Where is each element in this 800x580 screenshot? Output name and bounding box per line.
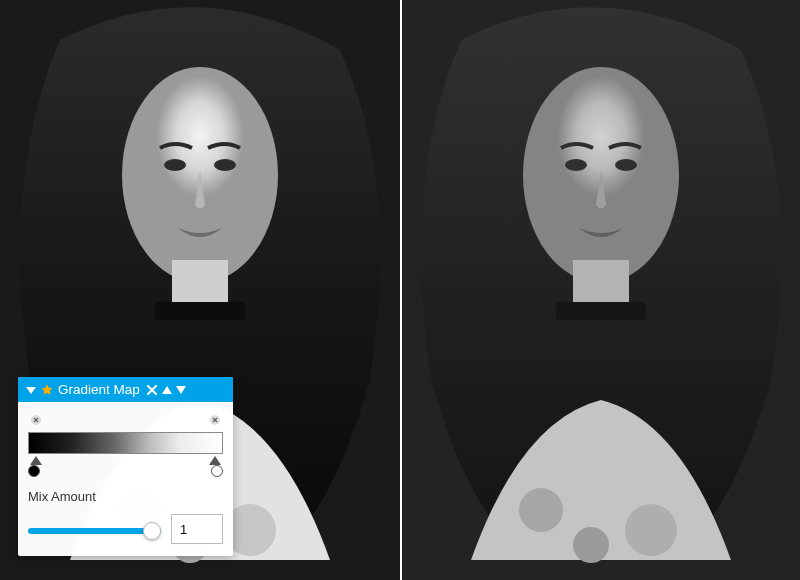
mix-amount-slider[interactable] [28,522,161,537]
gradient-stop-remove-row [28,412,223,428]
gradient-stop-swatches [28,465,223,483]
svg-rect-3 [155,302,245,320]
remove-left-stop-icon[interactable] [28,412,44,428]
svg-rect-14 [556,302,646,320]
image-pane-right: Duotone Shadows Color Highlights Color M… [400,0,800,580]
portrait-image-right [402,0,800,580]
gradient-stop-pointer-left[interactable] [30,456,42,465]
svg-point-5 [214,159,236,171]
collapse-up-icon[interactable] [162,386,172,394]
svg-point-15 [565,159,587,171]
expand-icon[interactable] [26,385,36,395]
gradient-stop-swatch-left[interactable] [28,465,40,477]
gradient-stop-pointers [28,454,223,465]
gradient-stop-pointer-right[interactable] [209,456,221,465]
image-pane-left: Gradient Map [0,0,400,580]
panel-title: Gradient Map [58,382,140,397]
mix-amount-slider-input[interactable] [28,528,161,534]
panel-body: Mix Amount [18,402,233,556]
svg-point-4 [164,159,186,171]
panel-header[interactable]: Gradient Map [18,377,233,402]
mix-amount-row [28,514,223,544]
gradient-stop-swatch-right[interactable] [211,465,223,477]
close-icon[interactable] [146,384,158,396]
collapse-down-icon[interactable] [176,386,186,394]
svg-point-17 [519,488,563,532]
svg-point-19 [573,527,609,563]
gradient-preview-bar[interactable] [28,432,223,454]
star-icon [40,383,54,397]
remove-right-stop-icon[interactable] [207,412,223,428]
svg-point-18 [625,504,677,556]
mix-amount-input[interactable] [171,514,223,544]
svg-point-16 [615,159,637,171]
mix-amount-label: Mix Amount [28,489,223,504]
gradient-map-panel: Gradient Map [18,377,233,556]
